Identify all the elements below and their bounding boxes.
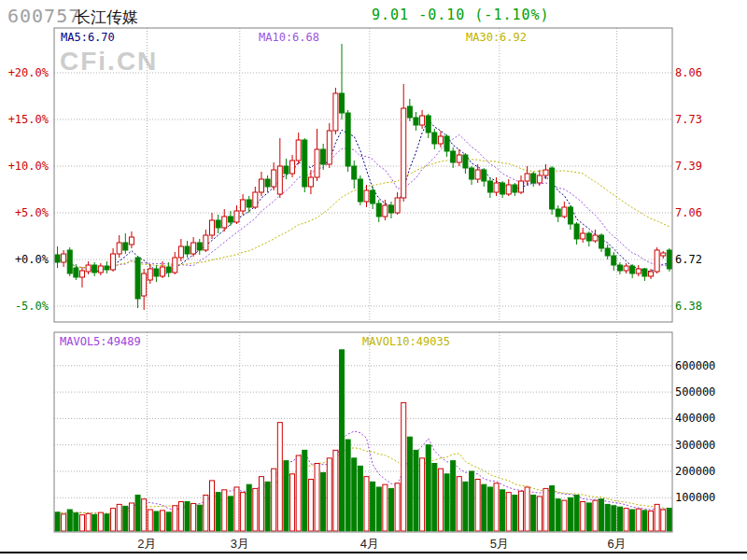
- volume-bar-down: [388, 488, 393, 531]
- candle-body-down: [550, 168, 555, 209]
- candle-body-up: [506, 185, 511, 194]
- candle-body-down: [568, 207, 572, 224]
- volume-bar-down: [166, 512, 171, 531]
- volume-bar-down: [432, 464, 437, 531]
- volume-bar-up: [661, 510, 666, 531]
- candle-body-down: [605, 248, 610, 256]
- candle-body-up: [277, 166, 282, 194]
- price-axis-label: 6.72: [675, 253, 740, 266]
- price-axis-label: 8.06: [675, 66, 740, 79]
- volume-bar-up: [253, 488, 258, 531]
- volume-bar-down: [407, 437, 412, 531]
- volume-bar-down: [463, 482, 468, 531]
- candle-body-up: [161, 267, 165, 276]
- candle-body-up: [624, 266, 628, 271]
- volume-bar-up: [191, 504, 196, 531]
- candle-body-up: [525, 174, 529, 181]
- volume-bar-down: [426, 445, 430, 531]
- volume-bar-up: [142, 499, 147, 531]
- price-axis-label: 7.39: [675, 160, 740, 173]
- percent-axis-label: +0.0%: [0, 253, 49, 266]
- volume-bar-up: [315, 464, 319, 531]
- candle-body-down: [345, 113, 350, 166]
- volume-bar-down: [247, 484, 251, 531]
- volume-bar-up: [129, 503, 134, 531]
- candle-body-down: [500, 183, 505, 194]
- volume-bar-up: [272, 469, 276, 531]
- candle-body-up: [420, 116, 425, 125]
- candle-body-down: [67, 250, 72, 273]
- volume-bar-up: [173, 506, 177, 531]
- month-label: 5月: [479, 536, 520, 553]
- volume-bar-up: [178, 502, 183, 531]
- candle-body-down: [228, 217, 233, 222]
- candle-body-up: [327, 131, 331, 164]
- volume-bar-up: [277, 423, 282, 531]
- stock-chart-page: 600757 长江传媒 9.01 -0.10 (-1.10%) CFi.CN M…: [0, 0, 747, 560]
- volume-bar-up: [86, 513, 91, 531]
- volume-bar-up: [117, 504, 121, 531]
- volume-axis-label: 600000: [675, 359, 740, 372]
- candle-body-down: [92, 265, 97, 273]
- mavol10-label: MAVOL10:49035: [362, 335, 450, 348]
- volume-bar-down: [303, 450, 307, 531]
- candle-body-down: [574, 224, 579, 239]
- candle-body-up: [290, 161, 295, 174]
- candle-body-down: [352, 166, 357, 179]
- volume-bar-down: [105, 514, 109, 531]
- volume-bar-up: [308, 479, 313, 531]
- month-label: 4月: [349, 536, 390, 553]
- candle-body-up: [537, 175, 542, 183]
- candle-body-up: [475, 170, 480, 179]
- ma30-label: MA30:6.92: [466, 31, 527, 44]
- volume-bar-down: [376, 487, 381, 531]
- volume-bar-down: [617, 507, 622, 531]
- candle-body-down: [321, 149, 326, 164]
- volume-bar-down: [556, 499, 560, 531]
- volume-bar-down: [371, 482, 375, 531]
- volume-bar-down: [574, 495, 579, 531]
- candle-body-down: [154, 269, 159, 276]
- volume-bar-down: [605, 504, 610, 531]
- volume-bar-down: [550, 486, 555, 531]
- volume-bar-up: [364, 477, 369, 531]
- candle-body-down: [599, 235, 604, 248]
- volume-bar-down: [321, 472, 326, 531]
- month-label: 2月: [126, 536, 167, 553]
- ma5-line: [58, 119, 669, 276]
- volume-bar-up: [222, 490, 227, 531]
- candle-body-down: [407, 106, 412, 118]
- volume-bar-down: [444, 474, 449, 531]
- volume-bar-down: [123, 506, 128, 531]
- volume-bar-up: [98, 512, 103, 531]
- candlestick-volume-chart: [0, 0, 747, 560]
- volume-bar-down: [531, 495, 536, 531]
- candle-body-down: [388, 205, 393, 213]
- candle-body-up: [308, 177, 313, 187]
- candle-body-up: [222, 217, 227, 228]
- candle-body-up: [178, 246, 183, 258]
- candle-body-down: [642, 269, 647, 276]
- candle-body-down: [247, 200, 251, 207]
- candle-body-up: [234, 211, 239, 222]
- candle-body-up: [593, 235, 598, 241]
- volume-bar-up: [234, 487, 239, 531]
- candle-body-down: [105, 266, 109, 270]
- candle-body-up: [636, 269, 641, 273]
- volume-panel-border: [54, 332, 672, 532]
- candle-body-down: [371, 190, 375, 203]
- volume-bar-up: [420, 458, 425, 531]
- candle-body-down: [414, 118, 418, 125]
- volume-bar-up: [79, 515, 84, 531]
- volume-bar-up: [438, 469, 443, 531]
- volume-bar-down: [667, 509, 671, 531]
- volume-bar-down: [154, 511, 159, 531]
- volume-bar-up: [457, 477, 461, 531]
- volume-bar-up: [259, 477, 263, 531]
- price-axis-label: 7.73: [675, 113, 740, 126]
- volume-bar-down: [599, 499, 604, 531]
- candle-body-up: [142, 273, 147, 296]
- volume-bar-down: [67, 510, 72, 531]
- volume-bar-up: [506, 493, 511, 531]
- candle-body-up: [79, 271, 84, 277]
